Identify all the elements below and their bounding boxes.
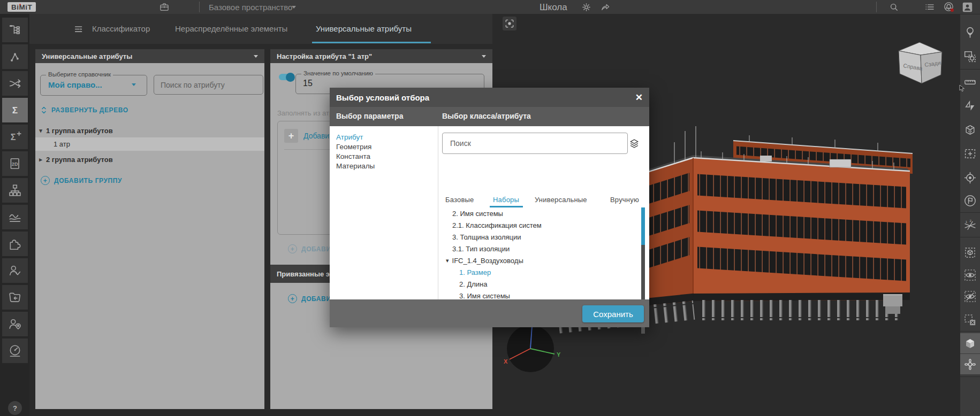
default-value-toggle[interactable]: [279, 74, 293, 80]
class-search-input[interactable]: [442, 133, 628, 154]
layers-icon[interactable]: [628, 137, 641, 150]
panel-tab-bar: Классификатор Нераспределённые элементы …: [29, 14, 492, 44]
param-option-materials[interactable]: Материалы: [336, 162, 375, 170]
param-column-header: Выбор параметра: [336, 112, 403, 120]
view-mode-cube-icon[interactable]: [960, 333, 980, 353]
default-value-text: 15: [303, 79, 313, 88]
sigma-glyph: Σ: [11, 132, 16, 142]
flag-marker-icon[interactable]: [960, 190, 980, 211]
modal-tab-manual[interactable]: Вручную: [610, 196, 639, 204]
class-list-item[interactable]: 2. Длина: [459, 278, 488, 290]
notifications-bell-icon[interactable]: [943, 1, 955, 13]
attributes-sigma-icon[interactable]: Σ: [2, 98, 28, 122]
help-glyph: ?: [13, 404, 17, 412]
sigma-glyph: Σ: [12, 105, 18, 115]
tree-group-2[interactable]: ▸ 2 группа атрибутов: [35, 153, 264, 166]
modal-tab-basic[interactable]: Базовые: [445, 196, 474, 204]
param-option-attribute[interactable]: Атрибут: [336, 133, 363, 141]
user-avatar[interactable]: [961, 1, 973, 13]
reference-select[interactable]: Выберите справочник Мой справо...: [40, 75, 147, 96]
plugins-puzzle-icon[interactable]: [2, 232, 28, 256]
class-list-item[interactable]: 3.1. Тип изоляции: [452, 243, 510, 255]
compare-flash-icon[interactable]: [960, 95, 980, 117]
logo-red-dot: [19, 4, 21, 5]
section-box-icon[interactable]: [960, 119, 980, 141]
plus-circle-icon: +: [288, 244, 297, 253]
folder-share-icon[interactable]: [2, 285, 28, 310]
user-location-icon[interactable]: [2, 312, 28, 336]
axis-x-label: X: [504, 358, 508, 365]
tree-caret-down-icon[interactable]: ▾: [35, 127, 46, 134]
project-settings-gear-icon[interactable]: [580, 1, 592, 13]
workspace-selector[interactable]: Базовое пространство: [209, 3, 292, 12]
mapping-shuffle-icon[interactable]: [2, 71, 28, 96]
clear-selection-icon[interactable]: [960, 309, 980, 330]
tab-universal-attributes[interactable]: Универсальные атрибуты: [316, 24, 412, 33]
toolbar-divider: [960, 212, 980, 213]
fit-view-icon[interactable]: [503, 17, 516, 30]
focus-target-icon[interactable]: [960, 167, 980, 188]
group-caret-down-icon[interactable]: ▾: [446, 257, 449, 264]
axis-gizmo: X Y: [501, 320, 567, 379]
list-scrollbar-thumb[interactable]: [641, 207, 645, 245]
modal-close-icon[interactable]: ✕: [635, 92, 643, 103]
class-list-group[interactable]: ▾ IFC_1.4_Воздуховоды: [446, 255, 523, 266]
classifier-tree-icon[interactable]: [2, 18, 28, 42]
class-list-item[interactable]: 2. Имя системы: [452, 207, 503, 219]
app-logo[interactable]: BiMiT: [7, 2, 36, 12]
projects-briefcase-icon[interactable]: [158, 1, 170, 13]
app-logo-text: BiMiT: [11, 3, 32, 11]
share-icon[interactable]: [599, 1, 611, 13]
class-column-header: Выбор класса/атрибута: [442, 112, 531, 120]
search-icon[interactable]: [888, 1, 900, 13]
view-2d-icon[interactable]: 2D: [2, 151, 28, 176]
class-list-item[interactable]: 3. Толщина изоляции: [452, 231, 521, 243]
class-group-label: IFC_1.4_Воздуховоды: [452, 257, 523, 265]
toolbar-divider: [960, 69, 980, 70]
modal-tab-universal[interactable]: Универсальные: [535, 196, 587, 204]
param-option-constant[interactable]: Константа: [336, 152, 370, 160]
panel-menu-icon[interactable]: [72, 22, 86, 36]
structure-orgchart-icon[interactable]: [2, 178, 28, 203]
charts-icon[interactable]: [2, 205, 28, 229]
class-list-item[interactable]: 2.1. Классификация систем: [452, 219, 542, 231]
tree-item-selected[interactable]: 1 атр: [35, 137, 264, 151]
hide-object-icon[interactable]: [960, 242, 980, 263]
navigation-cube[interactable]: Справа Сзади: [897, 41, 945, 86]
tree-view-icon[interactable]: [960, 21, 980, 43]
select-elements-icon[interactable]: [2, 44, 28, 69]
modal-tab-sets[interactable]: Наборы: [493, 196, 519, 204]
attribute-search-input[interactable]: [154, 75, 263, 95]
add-attribute-sigma-plus-icon[interactable]: Σ: [2, 125, 28, 149]
show-visibility-eye-icon[interactable]: [960, 264, 980, 286]
save-button[interactable]: Сохранить: [582, 305, 644, 322]
settings-panel-header[interactable]: Настройка атрибута "1 атр": [270, 49, 492, 63]
axis-lines-icon[interactable]: 12: [960, 215, 980, 236]
selection-filter-icon[interactable]: [960, 45, 980, 67]
tree-group-label: 2 группа атрибутов: [46, 156, 113, 164]
toolbar-divider: [960, 237, 980, 237]
attributes-panel-header[interactable]: Универсальные атрибуты: [35, 49, 264, 63]
tab-classifier[interactable]: Классификатор: [92, 24, 150, 33]
add-group-button[interactable]: + ДОБАВИТЬ ГРУППУ: [41, 176, 122, 185]
tree-group-1[interactable]: ▾ 1 группа атрибутов: [35, 124, 264, 137]
param-option-geometry[interactable]: Геометрия: [336, 143, 371, 151]
modal-section-headers: Выбор параметра Выбор класса/атрибута: [330, 107, 649, 126]
class-list-item-selected[interactable]: 1. Размер: [459, 266, 491, 278]
help-button[interactable]: ?: [8, 401, 22, 415]
default-value-label: Значение по умолчанию: [301, 70, 375, 76]
tab-unallocated-elements[interactable]: Нераспределённые элементы: [175, 24, 287, 33]
add-group-label: ДОБАВИТЬ ГРУППУ: [54, 177, 122, 184]
list-menu-icon[interactable]: [924, 1, 936, 13]
user-check-icon[interactable]: [2, 258, 28, 283]
expand-tree-button[interactable]: РАЗВЕРНУТЬ ДЕРЕВО: [41, 106, 128, 114]
floorplan-icon[interactable]: [960, 143, 980, 164]
orbit-navigation-icon[interactable]: [960, 354, 980, 374]
dashboard-gauge-icon[interactable]: [2, 338, 28, 363]
workspace-caret-icon[interactable]: [292, 6, 296, 9]
modal-body: Атрибут Геометрия Константа Материалы Ба…: [330, 126, 649, 306]
axis-2-glyph: 2: [969, 219, 971, 222]
hide-visibility-eye-slash-icon[interactable]: [960, 286, 980, 307]
tree-caret-right-icon[interactable]: ▸: [35, 156, 46, 163]
add-rule-plus-button[interactable]: +: [284, 129, 298, 143]
